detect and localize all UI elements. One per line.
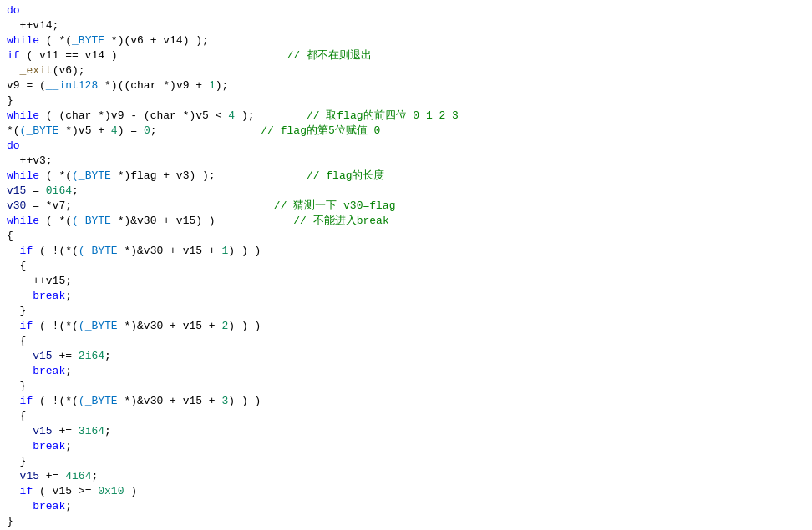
token-plain: { [20,259,27,274]
code-line: v15 += 4i64; [0,469,812,484]
token-num: 4 [228,109,235,124]
token-plain: ( *( [39,214,72,229]
code-line: } [0,304,812,319]
token-plain: ( *( [39,33,72,48]
token-plain: } [20,304,27,319]
token-comment: // 猜测一下 v30=flag [72,199,395,214]
code-line: do [0,3,812,18]
token-plain: ( !(*( [33,244,79,259]
token-plain: ++v14; [20,18,59,33]
token-plain: *)&v30 + v15) ) [111,214,216,229]
token-num: 4 [111,124,118,139]
token-plain: (char *) [124,78,175,93]
token-plain: { [20,409,27,424]
token-plain: } [20,454,27,469]
token-plain: *)flag + v3) ); [111,169,216,184]
code-line: do [0,139,812,154]
code-line: ++v3; [0,154,812,169]
token-kw: do [7,139,20,154]
token-type: __int128 [46,78,98,93]
code-line: { [0,334,812,349]
token-kw: while [7,214,39,229]
code-line: while ( *((_BYTE *)flag + v3) ); // flag… [0,169,812,184]
token-kw: if [20,484,33,499]
token-plain: ( !(*( [33,319,79,334]
code-line: v9 = (__int128 *)((char *)v9 + 1); [0,78,812,93]
code-line: if ( !(*((_BYTE *)&v30 + v15 + 1) ) ) [0,244,812,259]
code-line: if ( v11 == v14 ) // 都不在则退出 [0,48,812,63]
token-plain: ) ) ) [228,319,261,334]
code-line: } [0,514,812,529]
token-plain: += [53,349,79,364]
token-plain: *)(v6 + v14) ); [104,33,209,48]
token-comment: // flag的长度 [216,169,385,184]
token-plain: v9 = ( [7,78,46,93]
token-num: 4i64 [65,469,91,484]
token-type: (_BYTE [79,319,118,334]
token-plain: ); [235,109,254,124]
token-plain: ) ) ) [228,394,261,409]
code-line: if ( !(*((_BYTE *)&v30 + v15 + 2) ) ) [0,319,812,334]
token-plain: { [20,334,27,349]
token-plain: *)( [98,78,124,93]
code-line: v15 = 0i64; [0,184,812,199]
token-kw: while [7,109,39,124]
token-plain: *)&v30 + v15 + [118,319,222,334]
code-content: do ++v14;while ( *(_BYTE *)(v6 + v14) );… [0,3,812,530]
token-kw: break [33,439,65,454]
token-plain: *)v5 + [58,124,110,139]
token-plain: ( v15 >= [33,484,98,499]
token-plain: *( [7,124,20,139]
code-line: } [0,454,812,469]
token-var: v30 [7,199,26,214]
token-type: (_BYTE [79,394,118,409]
token-plain: = [26,184,45,199]
token-plain: ( (char *)v9 - (char *)v5 < [39,109,228,124]
code-line: { [0,229,812,244]
code-line: _exit(v6); [0,63,812,78]
token-kw: if [20,319,33,334]
token-kw: if [20,394,33,409]
token-num: 0x10 [98,484,124,499]
code-line: if ( !(*((_BYTE *)&v30 + v15 + 3) ) ) [0,394,812,409]
token-num: 2i64 [79,349,104,364]
token-kw: if [20,244,33,259]
token-plain: ; [65,289,72,304]
token-kw: while [7,169,39,184]
token-kw: if [7,48,20,63]
token-plain: ); [216,78,229,93]
token-plain: ++v3; [20,154,53,169]
code-line: *((_BYTE *)v5 + 4) = 0; // flag的第5位赋值 0 [0,124,812,139]
token-kw: do [7,3,20,18]
token-plain: } [20,379,27,394]
token-num: 0 [144,124,150,139]
token-plain: += [53,424,79,439]
token-num: 3 [221,394,228,409]
code-line: break; [0,499,812,514]
token-plain: ; [65,364,72,379]
token-comment: // 都不在则退出 [118,48,372,63]
token-plain: ; [104,349,111,364]
code-line: while ( *((_BYTE *)&v30 + v15) ) // 不能进入… [0,214,812,229]
code-line: ++v15; [0,274,812,289]
token-var: v15 [33,424,52,439]
token-type: (_BYTE [72,169,111,184]
code-line: break; [0,439,812,454]
code-line: { [0,409,812,424]
token-kw: while [7,33,39,48]
token-func: _exit [20,63,53,78]
code-line: v15 += 3i64; [0,424,812,439]
token-plain: ) = [118,124,144,139]
token-kw: break [33,499,65,514]
token-kw: break [33,289,65,304]
token-plain: ( !(*( [33,394,79,409]
code-line: while ( *(_BYTE *)(v6 + v14) ); [0,33,812,48]
token-plain: ; [65,439,72,454]
token-comment: // 不能进入break [216,214,389,229]
token-num: 2 [221,319,228,334]
code-line: } [0,93,812,109]
code-line: if ( v15 >= 0x10 ) [0,484,812,499]
token-var: v15 [20,469,39,484]
token-plain: } [7,514,13,529]
token-var: v15 [7,184,26,199]
